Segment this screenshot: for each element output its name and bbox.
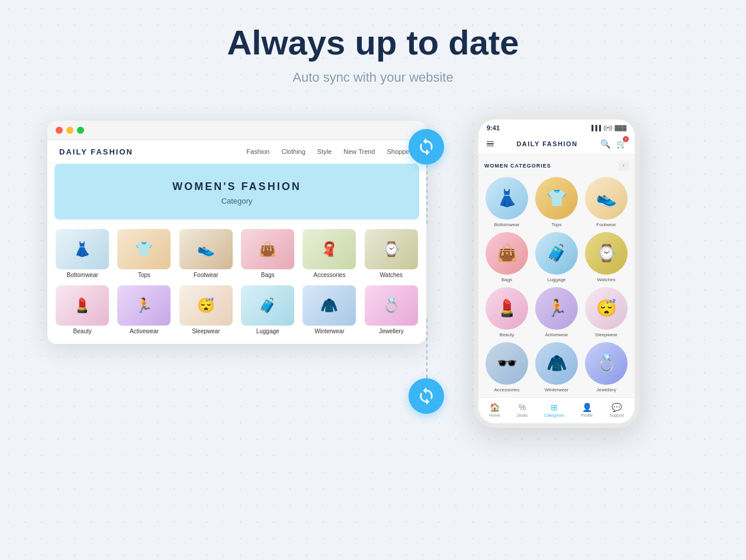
category-circle: 💍 (585, 342, 628, 385)
category-label: Jewellery (596, 387, 616, 392)
hero-subtitle: Category (66, 197, 407, 205)
desktop-mockup: DAILY FASHION Fashion Clothing Style New… (47, 121, 426, 344)
category-label: Luggage (547, 277, 565, 282)
category-circle: 👟 (585, 177, 628, 220)
nav-clothing[interactable]: Clothing (281, 148, 305, 155)
nav-label: Profile (581, 413, 593, 417)
battery-icon: ▓▓▓ (615, 125, 626, 131)
list-item[interactable]: 👟 Footwear (584, 177, 629, 227)
category-circle: 😴 (585, 287, 628, 330)
browser-dot-red (56, 127, 63, 134)
nav-label: Support (609, 413, 624, 417)
page-subtitle: Auto sync with your website (292, 70, 453, 85)
nav-style[interactable]: Style (317, 148, 332, 155)
hamburger-icon[interactable] (487, 141, 494, 147)
category-label: Watches (380, 272, 403, 278)
category-label: Footwear (194, 272, 218, 278)
mobile-time: 9:41 (487, 124, 500, 131)
mobile-section-title: WOMEN CATEGORIES (484, 163, 551, 169)
hero-title: WOMEN'S FASHION (66, 181, 407, 193)
category-label: Sleepwear (192, 328, 220, 334)
category-circle: 👗 (485, 177, 528, 220)
category-label: Sleepwear (595, 332, 618, 337)
browser-dot-yellow (66, 127, 73, 134)
dashed-line-bottom (426, 319, 427, 378)
nav-label: Deals (517, 413, 528, 417)
profile-icon: 👤 (582, 403, 592, 412)
list-item[interactable]: 👗 Bottomwear (54, 229, 110, 278)
desktop-category-grid: 👗 Bottomwear 👕 Tops 👟 Footwear 👜 Bags (47, 229, 426, 344)
nav-newtrend[interactable]: New Trend (343, 148, 375, 155)
category-label: Winterwear (545, 387, 568, 392)
list-item[interactable]: ⌚ Watches (584, 232, 629, 282)
category-label: Bottomwear (494, 222, 520, 227)
list-item[interactable]: 👗 Bottomwear (484, 177, 529, 227)
list-item[interactable]: 👟 Footwear (178, 229, 234, 278)
category-label: Jewellery (379, 328, 404, 334)
category-label: Accessories (314, 272, 346, 278)
list-item[interactable]: 🧳 Luggage (534, 232, 579, 282)
list-item[interactable]: 🧥 Winterwear (534, 342, 579, 392)
category-label: Winterwear (314, 328, 345, 334)
page-wrapper: Always up to date Auto sync with your we… (0, 0, 746, 428)
list-item[interactable]: 👕 Tops (534, 177, 579, 227)
home-icon: 🏠 (490, 403, 500, 412)
cart-icon[interactable]: 🛒 3 (616, 139, 626, 149)
cart-badge: 3 (623, 136, 629, 142)
list-item[interactable]: 👕 Tops (116, 229, 172, 278)
list-item[interactable]: 💄 Beauty (484, 287, 529, 337)
desktop-grid-row-1: 👗 Bottomwear 👕 Tops 👟 Footwear 👜 Bags (54, 229, 419, 278)
chevron-right-icon[interactable]: › (618, 160, 629, 171)
list-item[interactable]: 😴 Sleepwear (178, 285, 234, 334)
list-item[interactable]: 🕶️ Accessories (484, 342, 529, 392)
list-item[interactable]: 👜 Bags (484, 232, 529, 282)
category-label: Bottomwear (66, 272, 98, 278)
desktop-grid-row-2: 💄 Beauty 🏃 Activewear 😴 Sleepwear 🧳 Lugg… (54, 285, 419, 334)
list-item[interactable]: 😴 Sleepwear (584, 287, 629, 337)
nav-shopping[interactable]: Shopping (387, 148, 415, 155)
desktop-logo: DAILY FASHION (59, 147, 133, 156)
category-label: Activewear (545, 332, 568, 337)
category-label: Bags (261, 272, 275, 278)
mobile-nav-icons: 🔍 🛒 3 (600, 139, 626, 149)
category-label: Activewear (130, 328, 159, 334)
desktop-nav: DAILY FASHION Fashion Clothing Style New… (47, 140, 426, 164)
list-item[interactable]: 🧥 Winterwear (301, 285, 357, 334)
category-circle: 👜 (485, 232, 528, 275)
mobile-nav-support[interactable]: 💬 Support (609, 403, 624, 417)
list-item[interactable]: 🧣 Accessories (301, 229, 357, 278)
browser-bar (47, 121, 426, 140)
mobile-nav-categories[interactable]: ⊞ Categories (544, 403, 564, 417)
mobile-nav-bar: DAILY FASHION 🔍 🛒 3 (478, 134, 635, 155)
list-item[interactable]: 💍 Jewellery (364, 285, 419, 334)
mobile-nav-deals[interactable]: % Deals (517, 403, 528, 417)
nav-fashion[interactable]: Fashion (246, 148, 269, 155)
mobile-content: WOMEN CATEGORIES › 👗 Bottomwear 👕 Tops 👟… (478, 155, 635, 392)
deals-icon: % (519, 403, 526, 412)
mobile-section-header: WOMEN CATEGORIES › (484, 160, 629, 171)
page-title: Always up to date (227, 24, 519, 62)
mobile-nav-profile[interactable]: 👤 Profile (581, 403, 593, 417)
mobile-nav-home[interactable]: 🏠 Home (489, 403, 500, 417)
list-item[interactable]: 🏃 Activewear (116, 285, 172, 334)
category-label: Bags (501, 277, 512, 282)
search-icon[interactable]: 🔍 (600, 139, 610, 149)
mobile-status-bar: 9:41 ▐▐▐ ((•)) ▓▓▓ (478, 120, 635, 134)
desktop-hero: WOMEN'S FASHION Category (54, 164, 419, 220)
category-circle: 🧳 (535, 232, 578, 275)
content-area: DAILY FASHION Fashion Clothing Style New… (47, 115, 699, 428)
mobile-status-icons: ▐▐▐ ((•)) ▓▓▓ (590, 125, 626, 131)
mobile-logo: DAILY FASHION (516, 140, 577, 147)
list-item[interactable]: 💍 Jewellery (584, 342, 629, 392)
dashed-line-top (426, 165, 427, 224)
category-label: Beauty (73, 328, 92, 334)
list-item[interactable]: 💄 Beauty (54, 285, 110, 334)
mobile-bottom-nav: 🏠 Home % Deals ⊞ Categories 👤 Profile 💬 (478, 397, 635, 423)
nav-label: Home (489, 413, 500, 417)
list-item[interactable]: 🏃 Activewear (534, 287, 579, 337)
list-item[interactable]: ⌚ Watches (364, 229, 419, 278)
list-item[interactable]: 🧳 Luggage (240, 285, 295, 334)
category-circle: ⌚ (585, 232, 628, 275)
list-item[interactable]: 👜 Bags (240, 229, 295, 278)
category-label: Watches (597, 277, 616, 282)
